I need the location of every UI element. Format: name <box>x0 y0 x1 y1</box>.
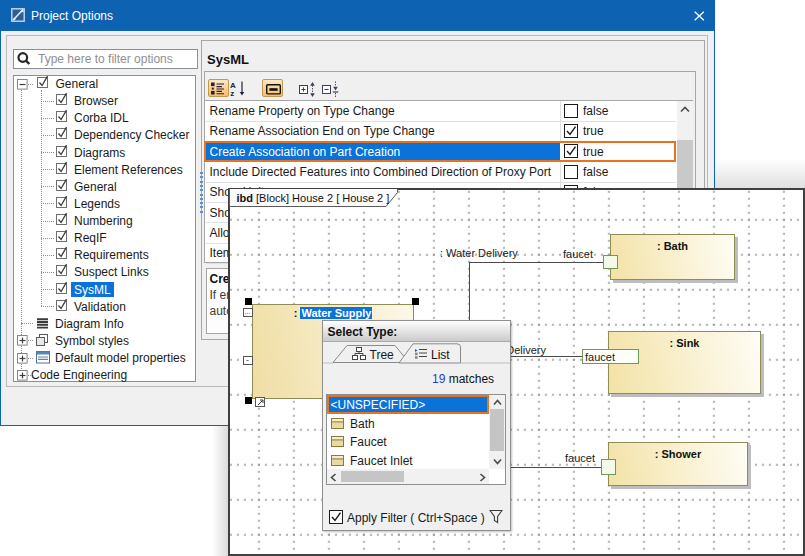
svg-text:z: z <box>230 89 234 98</box>
